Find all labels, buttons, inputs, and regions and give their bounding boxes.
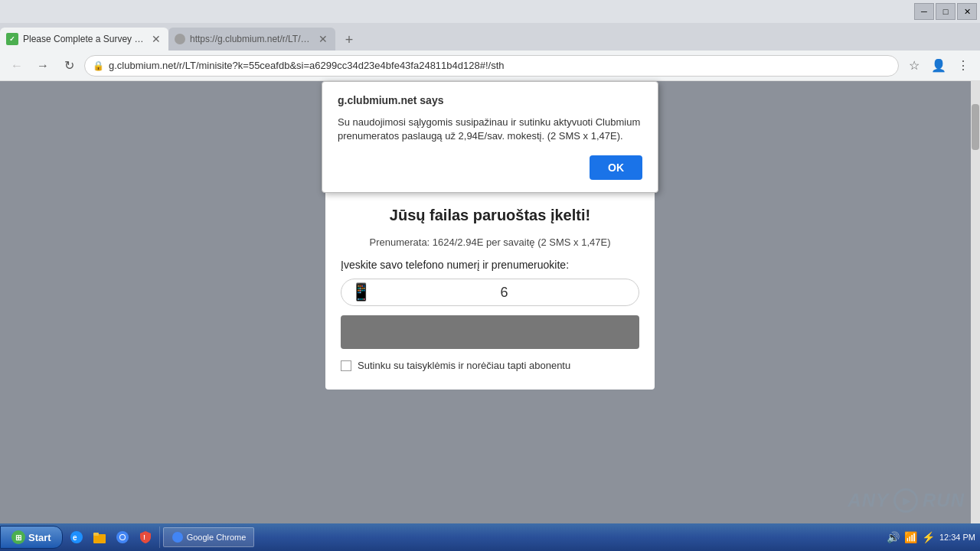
phone-input-wrapper[interactable]: 📱 [341, 279, 639, 306]
anyrun-text-run: RUN [923, 490, 965, 511]
window-controls[interactable]: ─ □ ✕ [914, 3, 977, 20]
phone-input[interactable] [379, 285, 629, 301]
alert-title: g.clubmium.net says [338, 94, 642, 106]
terms-label: Sutinku su taisyklėmis ir norėčiau tapti… [358, 360, 570, 371]
menu-button[interactable]: ⋮ [952, 55, 974, 77]
tab-label-2: https://g.clubmium.net/r/LT/minisite... [190, 34, 312, 44]
back-button[interactable]: ← [6, 55, 28, 77]
taskbar-chrome-icon[interactable] [112, 527, 133, 548]
bookmark-button[interactable]: ☆ [903, 55, 925, 77]
phone-label: Įveskite savo telefono numerį ir prenume… [341, 259, 639, 271]
new-tab-button[interactable]: + [338, 29, 360, 51]
taskbar-folder-icon[interactable] [89, 527, 110, 548]
tab-bar: ✓ Please Complete a Survey Below to... ✕… [0, 23, 980, 51]
svg-point-6 [120, 535, 125, 540]
anyrun-play-icon [893, 488, 918, 513]
battery-icon[interactable]: ⚡ [922, 531, 935, 543]
taskbar-app-label: Google Chrome [187, 533, 247, 542]
anyrun-watermark: ANY RUN [848, 488, 965, 513]
taskbar-ie-icon[interactable]: e [66, 527, 87, 548]
tab-active[interactable]: ✓ Please Complete a Survey Below to... ✕ [0, 28, 168, 51]
volume-icon[interactable]: 🔊 [887, 531, 900, 543]
svg-rect-3 [93, 533, 99, 536]
nav-bar: ← → ↻ 🔒 g.clubmium.net/r/LT/minisite?k=5… [0, 51, 980, 81]
tab-close-1[interactable]: ✕ [150, 33, 162, 45]
scrollbar[interactable] [971, 81, 980, 523]
minimize-button[interactable]: ─ [914, 3, 934, 20]
account-button[interactable]: 👤 [928, 55, 949, 77]
taskbar-right: 🔊 📶 ⚡ 12:34 PM [887, 531, 980, 543]
maximize-button[interactable]: □ [936, 3, 956, 20]
alert-dialog: g.clubmium.net says Su naudojimosi sąlyg… [322, 81, 658, 193]
taskbar: ⊞ Start e ! Google Chrome 🔊 📶 ⚡ 12:34 [0, 523, 980, 551]
lock-icon: 🔒 [93, 60, 104, 71]
address-text: g.clubmium.net/r/LT/minisite?k=55ceafdb&… [109, 60, 890, 71]
tab-inactive[interactable]: https://g.clubmium.net/r/LT/minisite... … [168, 28, 335, 51]
start-label: Start [28, 532, 51, 543]
forward-button[interactable]: → [32, 55, 54, 77]
page-card: Jūsų failas paruoštas įkelti! Prenumerat… [325, 188, 655, 390]
tab-favicon-2 [175, 34, 185, 44]
network-icon[interactable]: 📶 [904, 531, 917, 543]
taskbar-active-app[interactable]: Google Chrome [163, 527, 255, 547]
taskbar-items: Google Chrome [160, 527, 887, 547]
close-button[interactable]: ✕ [957, 3, 977, 20]
card-title: Jūsų failas paruoštas įkelti! [341, 207, 639, 224]
tab-label-1: Please Complete a Survey Below to... [23, 34, 145, 44]
taskbar-shield-icon[interactable]: ! [135, 527, 156, 548]
title-bar: ─ □ ✕ [0, 0, 980, 23]
svg-text:!: ! [143, 533, 145, 541]
refresh-button[interactable]: ↻ [58, 55, 80, 77]
terms-row: Sutinku su taisyklėmis ir norėčiau tapti… [341, 360, 639, 371]
start-button[interactable]: ⊞ Start [0, 526, 63, 549]
tab-favicon-1: ✓ [6, 33, 18, 45]
scrollbar-thumb[interactable] [972, 104, 979, 150]
address-bar[interactable]: 🔒 g.clubmium.net/r/LT/minisite?k=55ceafd… [84, 55, 899, 77]
svg-text:e: e [73, 533, 77, 542]
alert-buttons: OK [338, 155, 642, 180]
taskbar-pinned: e ! [63, 527, 160, 548]
page-area: Jūsų failas paruoštas įkelti! Prenumerat… [0, 81, 980, 523]
tab-close-2[interactable]: ✕ [317, 33, 329, 45]
alert-ok-button[interactable]: OK [590, 155, 642, 180]
start-icon: ⊞ [11, 530, 25, 544]
submit-button[interactable] [341, 315, 639, 349]
card-subtitle: Prenumerata: 1624/2.94E per savaitę (2 S… [341, 236, 639, 248]
taskbar-time: 12:34 PM [939, 532, 975, 543]
phone-icon: 📱 [351, 282, 371, 302]
alert-message: Su naudojimosi sąlygomis susipažinau ir … [338, 116, 642, 143]
terms-checkbox[interactable] [341, 360, 351, 371]
svg-point-8 [172, 532, 183, 543]
anyrun-text-any: ANY [848, 490, 889, 511]
nav-right-icons: ☆ 👤 ⋮ [903, 55, 974, 77]
